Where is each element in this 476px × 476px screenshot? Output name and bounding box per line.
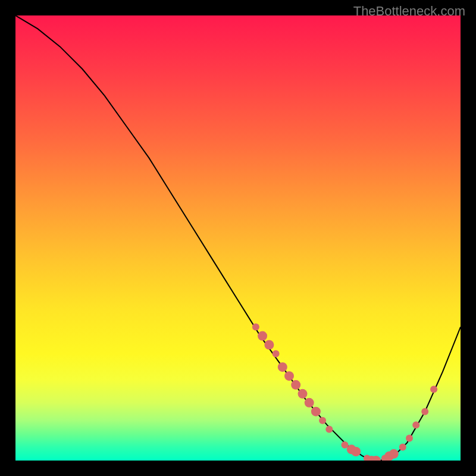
data-marker bbox=[298, 389, 308, 399]
data-marker bbox=[412, 421, 419, 428]
data-marker bbox=[406, 435, 413, 442]
plot-area bbox=[15, 15, 461, 461]
chart-svg bbox=[15, 15, 461, 461]
data-marker bbox=[264, 340, 274, 350]
data-marker bbox=[319, 417, 326, 424]
data-marker bbox=[430, 386, 437, 393]
data-marker bbox=[351, 447, 361, 456]
data-marker bbox=[389, 449, 399, 459]
bottleneck-curve bbox=[15, 15, 461, 461]
data-marker bbox=[252, 324, 259, 331]
data-marker bbox=[291, 380, 300, 390]
data-marker bbox=[311, 407, 321, 416]
data-marker bbox=[258, 331, 267, 341]
data-markers bbox=[252, 324, 437, 461]
data-marker bbox=[278, 362, 287, 372]
data-marker bbox=[273, 350, 280, 358]
data-marker bbox=[399, 444, 406, 451]
data-marker bbox=[421, 408, 428, 415]
data-marker bbox=[325, 426, 333, 433]
watermark-text: TheBottleneck.com bbox=[353, 4, 465, 19]
data-marker bbox=[305, 398, 314, 408]
data-marker bbox=[284, 371, 294, 381]
